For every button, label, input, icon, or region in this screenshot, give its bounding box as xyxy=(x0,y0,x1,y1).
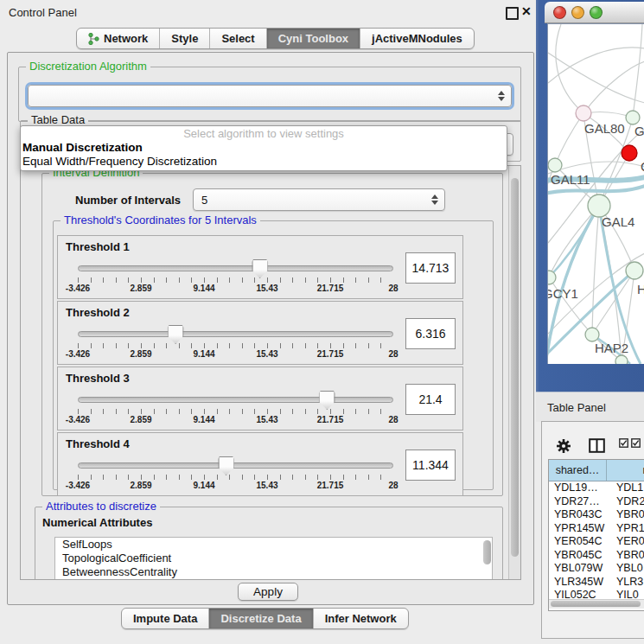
network-node-ga[interactable] xyxy=(626,111,640,124)
tick-label: 2.859 xyxy=(130,415,151,424)
interval-definition-groupbox: Interval Definition Number of Intervals … xyxy=(41,173,503,496)
threshold-slider[interactable]: -3.4262.8599.14415.4321.71528 xyxy=(78,258,393,295)
slider-thumb[interactable] xyxy=(218,456,234,475)
tick-label: 15.43 xyxy=(256,415,277,424)
network-edge[interactable] xyxy=(583,61,644,113)
network-edge[interactable] xyxy=(548,53,644,103)
table-cell: YDR2 xyxy=(611,495,644,509)
slider-thumb[interactable] xyxy=(168,325,184,344)
close-light[interactable] xyxy=(553,6,566,19)
network-edge[interactable] xyxy=(592,206,599,335)
tab-jactivemnodules[interactable]: jActiveMNodules xyxy=(360,29,474,48)
settings-scrollbar-thumb[interactable] xyxy=(511,178,519,557)
table-panel-titlebar: Table Panel xyxy=(536,392,644,422)
threshold-value-field[interactable]: 6.316 xyxy=(405,318,456,349)
node-label: GAL11 xyxy=(551,172,590,187)
table-rows: YDL19…YDL1YDR27…YDR2YBR043CYBR0YPR145WYP… xyxy=(549,481,644,603)
slider-track[interactable] xyxy=(78,265,393,271)
dropdown-item-manual-discretization[interactable]: Manual Discretization xyxy=(21,141,507,155)
table-row[interactable]: YPR145WYPR1 xyxy=(549,522,644,536)
network-node[interactable] xyxy=(615,355,628,364)
tab-impute-data[interactable]: Impute Data xyxy=(122,609,209,628)
network-window-titlebar[interactable] xyxy=(545,2,644,23)
network-canvas[interactable]: GAL80GACGAL11GAL4GCY1HHAP2 xyxy=(547,23,644,364)
apply-button[interactable]: Apply xyxy=(238,583,298,601)
checkbox-checked-icon[interactable] xyxy=(619,438,628,448)
slider-thumb[interactable] xyxy=(319,391,335,410)
network-edge[interactable] xyxy=(555,113,583,165)
column-header-n[interactable]: n xyxy=(607,460,644,481)
list-scrollbar-thumb[interactable] xyxy=(483,540,491,564)
num-intervals-value: 5 xyxy=(201,194,207,207)
tab-style[interactable]: Style xyxy=(160,29,210,48)
table-row[interactable]: YER054CYER0 xyxy=(549,535,644,549)
numerical-attributes-label: Numerical Attributes xyxy=(42,516,152,529)
column-header-shared[interactable]: shared… xyxy=(549,460,607,481)
tab-label: Style xyxy=(171,32,198,45)
tick-label: 2.859 xyxy=(130,481,151,490)
split-pane-icon[interactable] xyxy=(589,438,605,453)
threshold-value-field[interactable]: 21.4 xyxy=(405,384,456,415)
table-row[interactable]: YBR043CYBR0 xyxy=(549,508,644,522)
num-intervals-combobox[interactable]: 5 xyxy=(193,188,445,211)
algorithm-combobox[interactable] xyxy=(28,85,512,107)
threshold-slider[interactable]: -3.4262.8599.14415.4321.71528 xyxy=(78,390,393,426)
tab-select[interactable]: Select xyxy=(210,29,266,48)
threshold-value-field[interactable]: 14.713 xyxy=(405,252,456,284)
checkbox-checked-icon[interactable] xyxy=(631,438,641,448)
numerical-attributes-list[interactable]: SelfLoopsTopologicalCoefficientBetweenne… xyxy=(54,537,493,580)
node-attribute-table[interactable]: shared…n YDL19…YDL1YDR27…YDR2YBR043CYBR0… xyxy=(548,459,644,611)
dropdown-item-equal-width-frequency-discretization[interactable]: Equal Width/Frequency Discretization xyxy=(21,155,507,169)
table-row[interactable]: YDL19…YDL1 xyxy=(549,481,644,495)
table-row[interactable]: YLR345WYLR3 xyxy=(549,576,644,590)
threshold-slider[interactable]: -3.4262.8599.14415.4321.71528 xyxy=(78,456,393,492)
slider-tick-labels: -3.4262.8599.14415.4321.71528 xyxy=(78,284,393,294)
tick-label: 21.715 xyxy=(317,415,344,424)
tick-label: 15.43 xyxy=(256,349,277,359)
attribute-item-selfloops[interactable]: SelfLoops xyxy=(55,538,492,552)
table-cell: YBR0 xyxy=(611,549,644,563)
tab-label: Discretize Data xyxy=(220,612,301,625)
zoom-light[interactable] xyxy=(590,6,603,19)
attribute-item-betweennesscentrality[interactable]: BetweennessCentrality xyxy=(55,565,492,579)
threshold-slider[interactable]: -3.4262.8599.14415.4321.71528 xyxy=(78,324,393,360)
tab-label: Infer Network xyxy=(325,612,397,625)
float-window-icon[interactable] xyxy=(506,7,519,20)
attribute-item-topologicalcoefficient[interactable]: TopologicalCoefficient xyxy=(55,552,492,565)
network-node-hap2[interactable] xyxy=(585,328,599,341)
close-icon[interactable]: ✕ xyxy=(521,4,532,18)
slider-track[interactable] xyxy=(78,462,393,469)
minimize-light[interactable] xyxy=(571,6,584,19)
table-cell: YBR0 xyxy=(611,508,644,522)
tick-label: 21.715 xyxy=(317,349,344,359)
table-cell: YLR3 xyxy=(611,576,644,590)
table-row[interactable]: YDR27…YDR2 xyxy=(549,495,644,509)
table-horizontal-scrollbar[interactable] xyxy=(549,599,644,609)
network-node-gal80[interactable] xyxy=(576,105,591,121)
tab-infer-network[interactable]: Infer Network xyxy=(314,609,408,628)
network-edge[interactable] xyxy=(633,24,642,118)
table-panel-body: shared…n YDL19…YDL1YDR27…YDR2YBR043CYBR0… xyxy=(541,421,644,639)
network-node-c[interactable] xyxy=(622,145,637,161)
network-node-gal11[interactable] xyxy=(548,158,562,172)
network-node-h[interactable] xyxy=(626,262,643,279)
hscrollbar-thumb[interactable] xyxy=(551,601,641,607)
gear-icon[interactable] xyxy=(556,438,571,454)
tick-label: 28 xyxy=(388,349,398,359)
settings-scrollbar[interactable] xyxy=(508,166,520,579)
table-row[interactable]: YBR045CYBR0 xyxy=(549,549,644,563)
slider-track[interactable] xyxy=(78,397,393,403)
tick-label: 9.144 xyxy=(193,415,214,424)
tab-discretize-data[interactable]: Discretize Data xyxy=(209,609,313,628)
tick-label: -3.426 xyxy=(66,349,90,359)
threshold-panel: Threshold 1 -3.4262.8599.14415.4321.7152… xyxy=(57,235,463,299)
table-row[interactable]: YBL079WYBL0 xyxy=(549,562,644,576)
network-node-gcy1[interactable] xyxy=(547,271,556,284)
network-edge[interactable] xyxy=(548,48,644,83)
tab-cyni-toolbox[interactable]: Cyni Toolbox xyxy=(267,29,360,48)
slider-thumb[interactable] xyxy=(252,259,268,278)
tab-network[interactable]: Network xyxy=(77,29,160,48)
network-edge[interactable] xyxy=(556,24,583,113)
threshold-value-field[interactable]: 11.344 xyxy=(405,450,456,481)
slider-track[interactable] xyxy=(78,331,393,337)
